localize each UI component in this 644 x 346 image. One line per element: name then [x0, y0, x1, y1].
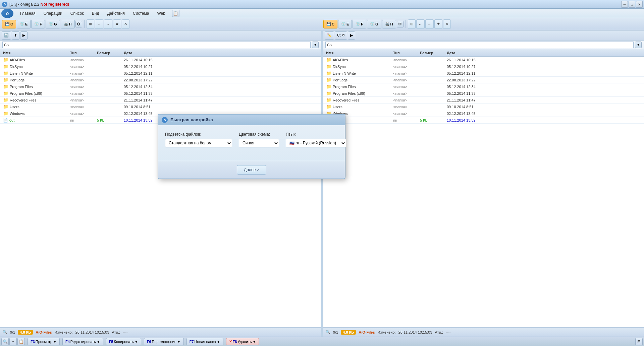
list-item[interactable]: 📁DirSync <папка> 05.12.2014 10:27	[323, 63, 644, 70]
list-item[interactable]: 📁Program Files (x86) <папка> 05.12.2014 …	[0, 90, 321, 97]
left-toolbar-arrow2[interactable]: →	[104, 19, 112, 29]
left-forward[interactable]: ▶	[20, 31, 28, 40]
list-item[interactable]: 📁Listen N Write <папка> 05.12.2014 12:11	[0, 70, 321, 77]
right-extra-icon[interactable]: ⚙	[397, 21, 404, 27]
file-name: 📁Program Files	[2, 84, 69, 89]
list-item[interactable]: 📁Users <папка> 09.10.2014 8:51	[323, 103, 644, 110]
menu-sistema[interactable]: Система	[129, 10, 153, 17]
left-col-size[interactable]: Размер	[96, 51, 122, 55]
list-item[interactable]: 📁Program Files <папка> 05.12.2014 12:34	[0, 83, 321, 90]
right-toolbar-grid[interactable]: ⊞	[408, 19, 416, 29]
color-scheme-select[interactable]: Синяя Зелёная Серая	[239, 139, 279, 147]
left-drive-e[interactable]: 💿 E	[17, 20, 31, 28]
left-drive-c[interactable]: 💾 C	[2, 20, 16, 28]
right-drive-c[interactable]: 💾 C	[323, 20, 337, 28]
left-drive-h[interactable]: 🖨️ H	[61, 20, 75, 28]
bottom-extra[interactable]: ⊞	[635, 338, 643, 345]
right-forward[interactable]: ▶	[348, 31, 355, 40]
left-file-list: 📁AiO-Files <папка> 26.11.2014 10:15 📁Dir…	[0, 57, 321, 327]
menu-vid[interactable]: Вид	[88, 10, 103, 17]
left-search-icon[interactable]: 🔍	[3, 330, 7, 334]
list-item[interactable]: 📄out ini 5 КБ 10.11.2014 13:52	[323, 117, 644, 124]
file-date: 10.11.2014 13:52	[445, 118, 499, 122]
right-changed-date: 26.11.2014 10:15:03	[398, 330, 432, 334]
right-refresh[interactable]: C: ↺	[335, 31, 347, 40]
file-type: <папка>	[69, 85, 96, 89]
left-drive-g[interactable]: 💿 G	[46, 20, 60, 28]
left-toolbar-x[interactable]: ✕	[122, 19, 129, 29]
file-date: 26.11.2014 10:15	[122, 58, 176, 62]
dialog-next-button[interactable]: Далее >	[237, 165, 266, 175]
left-toolbar-arrow1[interactable]: ←	[95, 19, 103, 29]
menu-dejstviya[interactable]: Действия	[103, 10, 129, 17]
list-item[interactable]: 📁DirSync <папка> 05.12.2014 10:27	[0, 63, 321, 70]
menu-glavnaya[interactable]: Главная	[16, 10, 40, 17]
file-date: 21.11.2014 11:47	[445, 98, 499, 102]
right-edit[interactable]: ✏️	[325, 31, 334, 40]
right-toolbar-star[interactable]: ★	[434, 19, 442, 29]
language-label: Язык:	[286, 132, 346, 137]
file-type: <папка>	[392, 78, 419, 82]
list-item[interactable]: 📁AiO-Files <папка> 26.11.2014 10:15	[0, 57, 321, 63]
quick-settings-dialog[interactable]: o Быстрая настройка Подветска файлов: Ст…	[158, 114, 345, 179]
right-path-dropdown[interactable]: ▼	[635, 42, 642, 48]
maximize-button[interactable]: □	[629, 1, 635, 8]
right-col-name[interactable]: Имя	[325, 51, 392, 55]
right-toolbar-x[interactable]: ✕	[443, 19, 451, 29]
list-item[interactable]: 📁Program Files (x86) <папка> 05.12.2014 …	[323, 90, 644, 97]
left-toolbar-grid[interactable]: ⊞	[87, 19, 94, 29]
left-col-date[interactable]: Дата	[122, 51, 176, 55]
left-extra-icon[interactable]: ⚙	[75, 21, 82, 27]
left-refresh[interactable]: 🔄	[2, 31, 11, 40]
list-item[interactable]: 📁PerfLogs <папка> 22.08.2013 17:22	[0, 77, 321, 83]
menu-web[interactable]: Web	[153, 10, 169, 17]
list-item[interactable]: 📁Program Files <папка> 05.12.2014 12:34	[323, 83, 644, 90]
fn5-button[interactable]: F5 Копировать ▼	[106, 338, 141, 345]
left-changed-label: Изменено:	[55, 330, 73, 334]
list-item[interactable]: 📁Listen N Write <папка> 05.12.2014 12:11	[323, 70, 644, 77]
fn6-button[interactable]: F6 Перемещение ▼	[144, 338, 184, 345]
fn7-button[interactable]: F7 Новая папка ▼	[186, 338, 223, 345]
fn3-button[interactable]: F3 Просмотр ▼	[28, 338, 60, 345]
right-col-date[interactable]: Дата	[445, 51, 499, 55]
left-col-name[interactable]: Имя	[2, 51, 69, 55]
left-path-bar: ▼	[0, 41, 321, 49]
list-item[interactable]: 📁AiO-Files <папка> 26.11.2014 10:15	[323, 57, 644, 63]
left-toolbar-star[interactable]: ★	[113, 19, 121, 29]
right-path-input[interactable]	[325, 42, 634, 48]
right-toolbar-arrow1[interactable]: ←	[416, 19, 425, 29]
right-drive-h[interactable]: 🖨️ H	[382, 20, 396, 28]
fn8-button[interactable]: ✕ F8 Удалить ▼	[226, 338, 259, 345]
menu-extra-icon[interactable]: 📋	[172, 10, 179, 17]
dialog-footer: Далее >	[158, 161, 345, 179]
list-item[interactable]: 📁Windows <папка> 02.12.2014 13:45	[323, 110, 644, 117]
list-item[interactable]: 📁Users <папка> 09.10.2014 8:51	[0, 103, 321, 110]
fn4-button[interactable]: F4 Редактировать ▼	[62, 338, 103, 345]
right-drive-e[interactable]: 💿 E	[338, 20, 352, 28]
file-name: 📁Program Files (x86)	[2, 91, 69, 96]
list-item[interactable]: 📁PerfLogs <папка> 22.08.2013 17:22	[323, 77, 644, 83]
left-path-dropdown[interactable]: ▼	[312, 42, 319, 48]
right-toolbar-arrow2[interactable]: →	[425, 19, 434, 29]
list-item[interactable]: 📁Recovered Files <папка> 21.11.2014 11:4…	[0, 97, 321, 103]
right-drive-f[interactable]: 💿 F	[353, 20, 366, 28]
right-drive-g[interactable]: 💿 G	[367, 20, 381, 28]
left-action-copy[interactable]: 📋	[17, 338, 25, 345]
menu-spisok[interactable]: Список	[66, 10, 88, 17]
left-action-cut[interactable]: ✂	[9, 338, 17, 345]
left-action-search[interactable]: 🔍	[1, 338, 9, 345]
menu-operacii[interactable]: Операции	[40, 10, 66, 17]
left-drive-f[interactable]: 💿 F	[31, 20, 45, 28]
minimize-button[interactable]: ─	[621, 1, 628, 8]
right-col-type[interactable]: Тип	[392, 51, 419, 55]
close-button[interactable]: ✕	[636, 1, 643, 8]
left-path-input[interactable]	[2, 42, 311, 48]
right-col-size[interactable]: Размер	[419, 51, 445, 55]
list-item[interactable]: 📁Recovered Files <папка> 21.11.2014 11:4…	[323, 97, 644, 103]
file-date: 05.12.2014 12:11	[445, 71, 499, 75]
left-col-type[interactable]: Тип	[69, 51, 96, 55]
file-highlight-select[interactable]: Стандартная на белом Тёмная Светлая	[165, 139, 232, 147]
left-up[interactable]: ⬆	[12, 31, 19, 40]
right-search-icon[interactable]: 🔍	[326, 330, 330, 334]
language-select[interactable]: 🇷🇺 ru - Русский (Russian) en - English	[286, 139, 346, 147]
